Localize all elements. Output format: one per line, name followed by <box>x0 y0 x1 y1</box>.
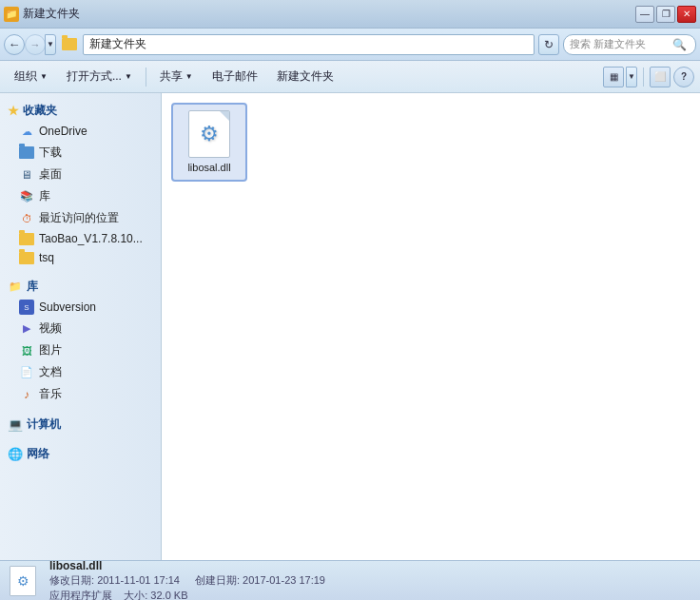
sidebar-item-recent[interactable]: ⏱ 最近访问的位置 <box>0 207 161 229</box>
title-bar-left: 📁 新建文件夹 <box>4 6 80 22</box>
window-icon: 📁 <box>4 7 19 22</box>
toolbar-right: ▦ ▼ ⬜ ? <box>603 67 694 87</box>
folder-icon <box>62 38 77 50</box>
sidebar-divider-3 <box>0 435 161 442</box>
preview-pane-button[interactable]: ⬜ <box>650 67 671 87</box>
sidebar-item-video[interactable]: ▶ 视频 <box>0 318 161 339</box>
sidebar-item-docs[interactable]: 📄 文档 <box>0 361 161 383</box>
email-button[interactable]: 电子邮件 <box>204 65 266 89</box>
sidebar-favorites-header[interactable]: ★ 收藏夹 <box>0 99 161 121</box>
forward-button[interactable]: → <box>25 34 46 55</box>
title-controls: — ❐ ✕ <box>635 6 696 23</box>
share-dropdown-icon: ▼ <box>185 72 193 81</box>
sidebar-divider-1 <box>0 267 161 275</box>
library-icon: 📚 <box>19 189 34 204</box>
organize-dropdown-icon: ▼ <box>40 72 48 81</box>
desktop-icon: 🖥 <box>19 167 34 183</box>
address-path[interactable]: 新建文件夹 <box>83 34 535 55</box>
toolbar-separator-1 <box>146 68 146 87</box>
window-title: 新建文件夹 <box>23 6 80 22</box>
open-with-dropdown-icon: ▼ <box>125 72 132 81</box>
sidebar-divider-2 <box>0 405 161 413</box>
sidebar-libraries-header[interactable]: 📁 库 <box>0 275 161 297</box>
search-box[interactable]: 搜索 新建文件夹 🔍 <box>563 34 696 55</box>
status-modified: 修改日期: 2011-11-01 17:14 <box>49 573 180 588</box>
refresh-button[interactable]: ↻ <box>538 34 559 55</box>
share-button[interactable]: 共享 ▼ <box>151 65 202 89</box>
sidebar-item-images[interactable]: 🖼 图片 <box>0 339 161 361</box>
status-filename: libosal.dll <box>49 559 325 572</box>
view-toggle-button[interactable]: ▦ <box>603 67 624 87</box>
status-dll-page: ⚙ <box>10 566 36 596</box>
gear-icon: ⚙ <box>200 124 219 145</box>
video-icon: ▶ <box>19 321 34 337</box>
sidebar-item-desktop[interactable]: 🖥 桌面 <box>0 164 161 185</box>
close-button[interactable]: ✕ <box>677 6 696 23</box>
file-name-label: libosal.dll <box>187 162 230 174</box>
open-with-button[interactable]: 打开方式... ▼ <box>58 65 141 89</box>
dll-file-icon: ⚙ <box>188 110 230 158</box>
main-area: ★ 收藏夹 ☁ OneDrive 下载 🖥 桌面 📚 库 ⏱ 最近访问的位置 T… <box>0 93 700 560</box>
help-button[interactable]: ? <box>673 67 694 87</box>
back-forward-group: ← → ▼ <box>4 34 56 55</box>
sidebar-item-subversion[interactable]: S Subversion <box>0 297 161 318</box>
toolbar: 组织 ▼ 打开方式... ▼ 共享 ▼ 电子邮件 新建文件夹 ▦ ▼ ⬜ ? <box>0 61 700 93</box>
taobao-icon <box>19 233 34 245</box>
sidebar-item-music[interactable]: ♪ 音乐 <box>0 383 161 405</box>
file-item-libosal[interactable]: ⚙ libosal.dll <box>171 103 247 182</box>
libraries-icon: 📁 <box>8 280 23 295</box>
docs-icon: 📄 <box>19 365 34 380</box>
star-icon: ★ <box>8 104 19 118</box>
new-folder-button[interactable]: 新建文件夹 <box>268 65 342 89</box>
computer-icon: 💻 <box>8 417 23 433</box>
sidebar-computer-header[interactable]: 💻 计算机 <box>0 413 161 435</box>
sidebar-item-downloads[interactable]: 下载 <box>0 142 161 164</box>
sidebar: ★ 收藏夹 ☁ OneDrive 下载 🖥 桌面 📚 库 ⏱ 最近访问的位置 T… <box>0 93 162 560</box>
tsq-icon <box>19 252 34 264</box>
recent-icon: ⏱ <box>19 211 34 226</box>
sidebar-network-header[interactable]: 🌐 网络 <box>0 442 161 464</box>
status-bar: ⚙ libosal.dll 修改日期: 2011-11-01 17:14 创建日… <box>0 560 700 600</box>
subversion-icon: S <box>19 300 34 315</box>
onedrive-icon: ☁ <box>19 124 34 139</box>
title-bar: 📁 新建文件夹 — ❐ ✕ <box>0 0 700 29</box>
nav-dropdown[interactable]: ▼ <box>45 34 56 55</box>
content-area[interactable]: ⚙ libosal.dll <box>162 93 700 560</box>
downloads-icon <box>19 146 34 159</box>
organize-button[interactable]: 组织 ▼ <box>6 65 56 89</box>
status-gear-icon: ⚙ <box>17 573 29 589</box>
sidebar-item-taobao[interactable]: TaoBao_V1.7.8.10... <box>0 229 161 248</box>
sidebar-item-onedrive[interactable]: ☁ OneDrive <box>0 121 161 142</box>
sidebar-item-library[interactable]: 📚 库 <box>0 185 161 207</box>
restore-button[interactable]: ❐ <box>656 6 675 23</box>
status-created: 创建日期: 2017-01-23 17:19 <box>195 573 325 588</box>
status-info: libosal.dll 修改日期: 2011-11-01 17:14 创建日期:… <box>49 559 325 601</box>
status-file-icon: ⚙ <box>10 566 40 596</box>
minimize-button[interactable]: — <box>635 6 654 23</box>
search-icon[interactable]: 🔍 <box>669 34 690 55</box>
music-icon: ♪ <box>19 387 34 402</box>
view-dropdown[interactable]: ▼ <box>626 67 637 87</box>
address-bar: ← → ▼ 新建文件夹 ↻ 搜索 新建文件夹 🔍 <box>0 29 700 61</box>
images-icon: 🖼 <box>19 343 34 358</box>
sidebar-item-tsq[interactable]: tsq <box>0 248 161 267</box>
status-meta: 修改日期: 2011-11-01 17:14 创建日期: 2017-01-23 … <box>49 573 325 588</box>
status-type-size: 应用程序扩展 大小: 32.0 KB <box>49 589 325 601</box>
toolbar-separator-2 <box>643 68 644 87</box>
back-button[interactable]: ← <box>4 34 25 55</box>
network-icon: 🌐 <box>8 447 23 462</box>
